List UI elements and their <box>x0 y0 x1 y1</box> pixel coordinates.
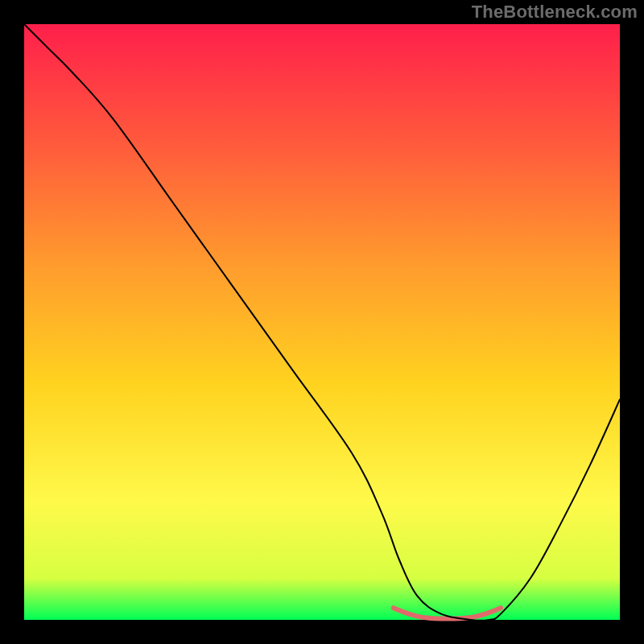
watermark-text: TheBottleneck.com <box>472 2 638 23</box>
chart-frame: { "watermark": "TheBottleneck.com", "cha… <box>0 0 644 644</box>
bottleneck-chart <box>0 0 644 644</box>
plot-background <box>24 24 620 620</box>
